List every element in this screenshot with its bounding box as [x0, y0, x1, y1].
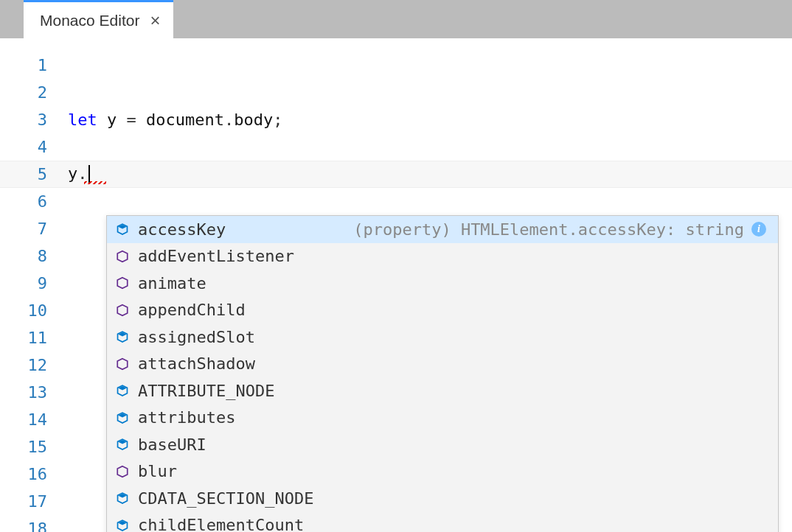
suggestion-item[interactable]: accessKey(property) HTMLElement.accessKe…	[107, 216, 778, 243]
suggestion-item[interactable]: attachShadow	[107, 351, 778, 378]
field-icon	[114, 410, 131, 426]
method-icon	[114, 275, 131, 291]
suggestion-label: animate	[138, 274, 206, 293]
suggestion-label: addEventListener	[138, 247, 294, 265]
line-number: 5	[0, 165, 68, 183]
suggestion-label: baseURI	[138, 435, 206, 454]
editor-line[interactable]: 5y.	[0, 161, 792, 188]
close-icon[interactable]: ×	[150, 12, 160, 29]
suggestion-label: attachShadow	[138, 354, 255, 373]
line-number: 6	[0, 192, 68, 211]
suggestion-label: childElementCount	[138, 516, 304, 532]
line-number: 12	[0, 356, 68, 374]
method-icon	[114, 248, 131, 265]
suggestion-label: CDATA_SECTION_NODE	[138, 489, 313, 508]
field-icon	[114, 436, 131, 452]
tab-bar: Monaco Editor ×	[0, 0, 792, 38]
suggestion-item[interactable]: animate	[107, 270, 778, 297]
method-icon	[114, 356, 131, 372]
suggestion-item[interactable]: appendChild	[107, 297, 778, 324]
editor-line[interactable]: 1	[0, 52, 792, 79]
field-icon	[114, 490, 131, 506]
line-content[interactable]: let y = document.body;	[68, 111, 282, 129]
suggestion-item[interactable]: CDATA_SECTION_NODE	[107, 485, 778, 512]
suggestion-label: ATTRIBUTE_NODE	[138, 382, 274, 400]
suggestion-item[interactable]: ATTRIBUTE_NODE	[107, 377, 778, 405]
suggestion-label: assignedSlot	[138, 328, 255, 346]
line-number: 2	[0, 83, 68, 102]
suggestion-label: attributes	[138, 408, 235, 427]
line-number: 1	[0, 56, 68, 74]
line-number: 8	[0, 247, 68, 265]
code-editor[interactable]: 123let y = document.body;45y.67891011121…	[0, 38, 792, 532]
suggestion-widget[interactable]: accessKey(property) HTMLElement.accessKe…	[106, 215, 779, 532]
line-number: 10	[0, 301, 68, 320]
suggestion-label: accessKey	[138, 220, 226, 239]
line-number: 14	[0, 410, 68, 429]
suggestion-item[interactable]: childElementCount	[107, 512, 778, 533]
line-number: 17	[0, 492, 68, 511]
suggestion-item[interactable]: assignedSlot	[107, 323, 778, 351]
suggestion-label: blur	[138, 462, 177, 480]
method-icon	[114, 302, 131, 318]
suggestion-label: appendChild	[138, 301, 246, 319]
field-icon	[114, 517, 131, 532]
suggestion-item[interactable]: baseURI	[107, 431, 778, 458]
method-icon	[114, 463, 131, 480]
line-number: 16	[0, 465, 68, 483]
suggestion-item[interactable]: addEventListener	[107, 243, 778, 270]
field-icon	[114, 382, 131, 399]
tab-title: Monaco Editor	[40, 12, 139, 29]
editor-line[interactable]: 3let y = document.body;	[0, 106, 792, 133]
line-number: 3	[0, 111, 68, 129]
tab-monaco-editor[interactable]: Monaco Editor ×	[24, 0, 173, 38]
line-number: 13	[0, 383, 68, 402]
error-squiggle	[84, 181, 106, 184]
editor-line[interactable]: 4	[0, 133, 792, 161]
info-icon[interactable]: i	[751, 222, 766, 237]
line-number: 11	[0, 329, 68, 347]
suggestion-detail: (property) HTMLElement.accessKey: string…	[353, 220, 771, 239]
line-number: 18	[0, 519, 68, 532]
suggestion-item[interactable]: attributes	[107, 405, 778, 432]
field-icon	[114, 221, 131, 237]
suggestion-item[interactable]: blur	[107, 458, 778, 486]
line-number: 15	[0, 438, 68, 456]
editor-line[interactable]: 2	[0, 79, 792, 106]
field-icon	[114, 329, 131, 345]
line-number: 9	[0, 274, 68, 293]
editor-line[interactable]: 6	[0, 188, 792, 215]
line-number: 7	[0, 220, 68, 238]
line-number: 4	[0, 138, 68, 156]
